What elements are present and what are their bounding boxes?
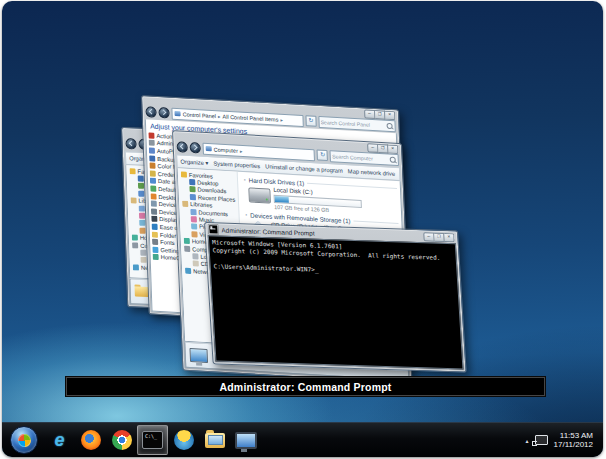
taskbar-item-pinned-app[interactable] [168, 425, 199, 455]
organize-button[interactable]: Organize ▾ [180, 158, 208, 166]
network-icon[interactable] [535, 435, 548, 445]
firefox-icon [81, 430, 101, 450]
taskbar-item-file-manager[interactable] [199, 425, 230, 455]
control-panel-item-icon [150, 178, 156, 184]
control-panel-item-icon [149, 140, 155, 146]
caption-buttons [423, 232, 455, 242]
map-network-drive-button[interactable]: Map network drive [348, 168, 396, 177]
monitor-icon [235, 432, 257, 449]
control-panel-item-icon [151, 208, 157, 214]
minimize-button[interactable] [367, 143, 378, 153]
control-panel-item-icon [153, 254, 159, 260]
caption-buttons [364, 109, 395, 120]
control-panel-item-icon [150, 193, 156, 199]
computer-icon [206, 146, 212, 151]
search-icon [390, 156, 396, 162]
nav-item-icon [184, 245, 190, 251]
nav-item-icon [185, 268, 191, 274]
taskbar-item-firefox[interactable] [75, 425, 106, 455]
refresh-icon[interactable]: ↻ [317, 149, 328, 161]
control-panel-item-icon [152, 246, 158, 252]
taskbar[interactable]: e ▴ 11:53 AM 17/11/2012 [2, 422, 603, 457]
caption-buttons [367, 143, 398, 154]
show-hidden-icons-chevron[interactable]: ▴ [526, 437, 529, 444]
control-panel-item-icon [150, 170, 156, 176]
screenshot-frame: Organize ▾ Favorites Desktop [0, 0, 606, 459]
nav-item-icon [190, 209, 196, 215]
switcher-title-text: Administrator: Command Prompt [219, 381, 391, 393]
minimize-button[interactable] [364, 109, 375, 119]
console-output[interactable]: Microsoft Windows [Version 6.1.7601] Cop… [208, 235, 464, 369]
computer-icon [189, 348, 208, 363]
refresh-icon[interactable]: ↻ [305, 115, 316, 127]
nav-item-icon [189, 179, 195, 185]
control-panel-item-icon [149, 155, 155, 161]
taskbar-clock[interactable]: 11:53 AM 17/11/2012 [554, 431, 597, 450]
forward-button[interactable] [189, 142, 200, 154]
maximize-button[interactable] [375, 110, 385, 120]
nav-item-icon [182, 201, 188, 207]
taskbar-item-chrome[interactable] [106, 425, 137, 455]
control-panel-item-icon [151, 201, 157, 207]
nav-item-icon [184, 238, 190, 244]
nav-item-icon [192, 253, 198, 259]
control-panel-item-icon [148, 132, 154, 138]
control-panel-item-icon [149, 163, 155, 169]
pinned-app-icon [174, 430, 194, 450]
switcher-title-banner: Administrator: Command Prompt [66, 377, 545, 396]
search-input[interactable] [331, 152, 390, 163]
control-panel-item-icon [151, 216, 157, 222]
close-button[interactable] [385, 111, 395, 121]
taskbar-item-command-prompt[interactable] [137, 425, 168, 455]
command-prompt-icon [142, 431, 163, 449]
breadcrumb-root[interactable]: Control Panel [182, 111, 216, 119]
toolbar-overflow-chevron[interactable]: » [400, 171, 401, 177]
taskbar-item-internet-explorer[interactable]: e [44, 425, 75, 455]
clock-date: 17/11/2012 [554, 440, 593, 450]
system-tray: ▴ 11:53 AM 17/11/2012 [526, 431, 597, 450]
folder-icon [205, 433, 225, 448]
command-prompt-icon [208, 224, 219, 234]
nav-item-icon [189, 186, 195, 192]
close-button[interactable] [444, 232, 455, 241]
taskbar-item-computer[interactable] [230, 425, 261, 455]
minimize-button[interactable] [423, 232, 435, 241]
nav-item-icon [130, 198, 136, 204]
desktop[interactable]: Organize ▾ Favorites Desktop [2, 1, 603, 457]
breadcrumb-root[interactable]: Computer [214, 146, 238, 153]
system-properties-button[interactable]: System properties [213, 160, 260, 169]
capacity-bar-fill [275, 196, 289, 203]
clock-time: 11:53 AM [554, 431, 593, 441]
breadcrumb-separator: ▸ [218, 113, 221, 119]
back-button[interactable] [145, 106, 156, 118]
maximize-button[interactable] [434, 232, 445, 241]
nav-item-icon [191, 224, 197, 230]
breadcrumb-separator: ▸ [240, 147, 243, 153]
breadcrumb-separator: ▸ [280, 116, 283, 122]
window-command-prompt[interactable]: Administrator: Command Prompt Microsoft … [204, 222, 467, 373]
forward-button[interactable] [158, 107, 169, 119]
control-panel-item-icon [152, 231, 158, 237]
control-panel-icon [174, 111, 180, 116]
control-panel-item-icon [149, 147, 155, 153]
nav-item-icon [191, 216, 197, 222]
nav-item-icon [132, 235, 138, 241]
control-panel-item-icon [150, 185, 156, 191]
windows-flag-icon [17, 433, 32, 448]
control-panel-item-icon [151, 224, 157, 230]
internet-explorer-icon: e [54, 431, 64, 449]
start-button[interactable] [10, 426, 38, 454]
search-input[interactable] [319, 117, 386, 129]
nav-item-icon [133, 264, 139, 270]
search-icon [386, 122, 392, 128]
uninstall-program-button[interactable]: Uninstall or change a program [265, 163, 343, 173]
nav-item-icon [181, 171, 187, 177]
back-button[interactable] [176, 141, 187, 153]
maximize-button[interactable] [378, 144, 388, 154]
chrome-icon [112, 430, 132, 450]
breadcrumb-child[interactable]: All Control Panel Items [222, 113, 278, 122]
nav-item-icon [191, 231, 197, 237]
close-button[interactable] [388, 144, 398, 154]
nav-item-icon [193, 261, 199, 267]
back-button[interactable] [125, 138, 136, 149]
